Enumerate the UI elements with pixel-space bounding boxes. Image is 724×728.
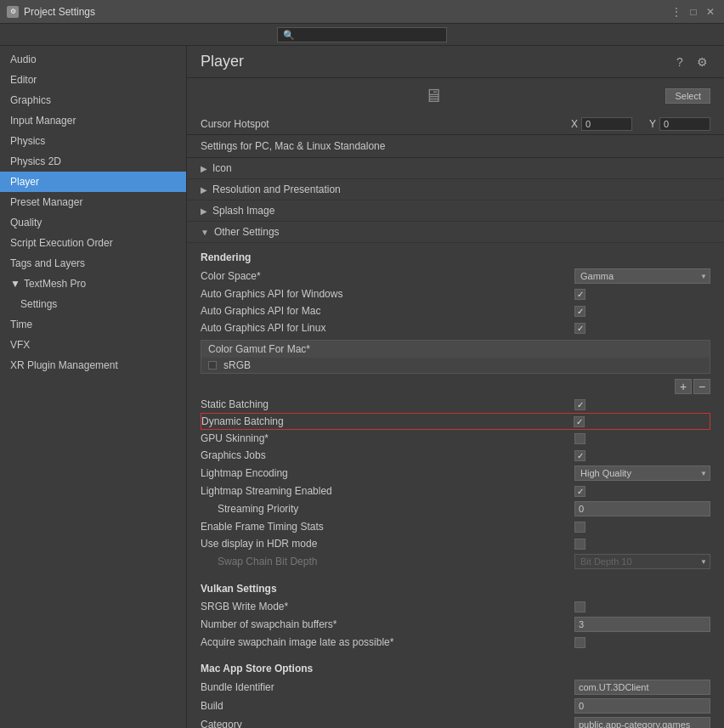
dynamic-batching-label: Dynamic Batching	[201, 415, 574, 427]
dynamic-batching-row: Dynamic Batching	[201, 413, 710, 430]
color-space-dropdown-wrap: Gamma Linear	[574, 268, 710, 284]
sidebar-item-player[interactable]: Player	[0, 172, 186, 192]
icon-section-header[interactable]: ▶ Icon	[187, 158, 724, 179]
build-row: Build	[201, 697, 710, 715]
x-input[interactable]	[581, 117, 632, 131]
color-space-row: Color Space* Gamma Linear	[201, 267, 710, 285]
gamut-indicator	[208, 361, 217, 370]
splash-triangle: ▶	[201, 206, 207, 216]
graphics-jobs-row: Graphics Jobs	[201, 447, 710, 464]
icon-section-label: Icon	[212, 162, 232, 174]
gpu-skinning-checkbox[interactable]	[574, 433, 585, 444]
sidebar-item-quality[interactable]: Quality	[0, 212, 186, 233]
lightmap-encoding-dropdown-wrap: High Quality Normal Quality Low Quality	[574, 466, 710, 481]
sidebar-item-physics2d[interactable]: Physics 2D	[0, 151, 186, 172]
settings-icon[interactable]: ⚙	[693, 54, 710, 71]
static-batching-row: Static Batching	[201, 396, 710, 413]
gpu-skinning-value	[574, 433, 710, 444]
y-input[interactable]	[659, 117, 710, 131]
search-input[interactable]	[277, 27, 447, 42]
auto-graphics-windows-label: Auto Graphics API for Windows	[201, 288, 574, 300]
sidebar: Audio Editor Graphics Input Manager Phys…	[0, 46, 187, 728]
platform-bar: Settings for PC, Mac & Linux Standalone	[187, 134, 724, 158]
auto-graphics-mac-row: Auto Graphics API for Mac	[201, 302, 710, 319]
color-space-select[interactable]: Gamma Linear	[574, 268, 710, 284]
sidebar-item-graphics[interactable]: Graphics	[0, 90, 186, 110]
other-settings-triangle: ▼	[201, 228, 209, 237]
lightmap-encoding-value: High Quality Normal Quality Low Quality	[574, 466, 710, 481]
monitor-preview: 🖥	[201, 85, 665, 107]
sidebar-item-physics[interactable]: Physics	[0, 131, 186, 151]
lightmap-encoding-label: Lightmap Encoding	[201, 467, 574, 479]
frame-timing-label: Enable Frame Timing Stats	[201, 521, 574, 533]
auto-graphics-linux-label: Auto Graphics API for Linux	[201, 322, 574, 334]
more-options-btn[interactable]: ⋮	[670, 5, 683, 19]
auto-graphics-linux-checkbox[interactable]	[574, 323, 585, 334]
acquire-swapchain-checkbox[interactable]	[574, 637, 585, 648]
sidebar-group-textmesh-pro[interactable]: ▼ TextMesh Pro	[0, 274, 186, 294]
bundle-identifier-input[interactable]	[574, 680, 710, 695]
window-title: Project Settings	[24, 6, 670, 18]
remove-gamut-btn[interactable]: −	[693, 379, 710, 394]
static-batching-label: Static Batching	[201, 398, 574, 410]
build-label: Build	[201, 700, 574, 712]
bundle-identifier-row: Bundle Identifier	[201, 678, 710, 697]
resolution-triangle: ▶	[201, 185, 207, 195]
select-button[interactable]: Select	[665, 88, 710, 104]
x-coord-group: X	[571, 117, 632, 131]
frame-timing-value	[574, 522, 710, 533]
preview-area: 🖥 Select	[187, 78, 724, 114]
auto-graphics-windows-checkbox[interactable]	[574, 289, 585, 300]
add-remove-row: + −	[201, 377, 710, 396]
dynamic-batching-checkbox[interactable]	[574, 416, 585, 427]
vulkan-settings-section: Vulkan Settings SRGB Write Mode* Number …	[201, 578, 710, 651]
category-row: Category	[201, 715, 710, 728]
frame-timing-checkbox[interactable]	[574, 522, 585, 533]
swap-chain-value: Bit Depth 10	[574, 554, 710, 569]
resolution-section-label: Resolution and Presentation	[212, 183, 341, 195]
triangle-icon: ▼	[10, 276, 20, 291]
lightmap-encoding-row: Lightmap Encoding High Quality Normal Qu…	[201, 464, 710, 483]
sidebar-item-settings[interactable]: Settings	[0, 294, 186, 314]
vulkan-label: Vulkan Settings	[201, 578, 710, 598]
sidebar-item-tags-and-layers[interactable]: Tags and Layers	[0, 253, 186, 274]
graphics-jobs-checkbox[interactable]	[574, 450, 585, 461]
sidebar-item-script-execution-order[interactable]: Script Execution Order	[0, 233, 186, 253]
category-input[interactable]	[574, 717, 710, 728]
hdr-mode-checkbox[interactable]	[574, 539, 585, 550]
static-batching-checkbox[interactable]	[574, 399, 585, 410]
lightmap-streaming-checkbox[interactable]	[574, 486, 585, 497]
swap-chain-select: Bit Depth 10	[574, 554, 710, 569]
color-space-label: Color Space*	[201, 270, 574, 282]
sidebar-item-time[interactable]: Time	[0, 314, 186, 335]
color-gamut-header: Color Gamut For Mac*	[201, 341, 710, 358]
sidebar-item-audio[interactable]: Audio	[0, 49, 186, 70]
mac-app-store-label: Mac App Store Options	[201, 657, 710, 678]
sidebar-item-editor[interactable]: Editor	[0, 70, 186, 90]
resolution-section-header[interactable]: ▶ Resolution and Presentation	[187, 179, 724, 200]
swapchain-buffers-value	[574, 617, 710, 632]
sidebar-item-vfx[interactable]: VFX	[0, 335, 186, 355]
streaming-priority-input[interactable]	[574, 501, 710, 516]
splash-section-header[interactable]: ▶ Splash Image	[187, 200, 724, 222]
rendering-label: Rendering	[201, 246, 710, 267]
lightmap-streaming-value	[574, 486, 710, 497]
help-icon[interactable]: ?	[671, 54, 688, 71]
lightmap-encoding-select[interactable]: High Quality Normal Quality Low Quality	[574, 466, 710, 481]
srgb-write-mode-checkbox[interactable]	[574, 601, 585, 612]
sidebar-item-preset-manager[interactable]: Preset Manager	[0, 192, 186, 212]
sidebar-item-input-manager[interactable]: Input Manager	[0, 110, 186, 131]
page-title: Player	[201, 53, 244, 71]
auto-graphics-mac-checkbox[interactable]	[574, 306, 585, 317]
icon-triangle: ▶	[201, 164, 207, 173]
auto-graphics-mac-label: Auto Graphics API for Mac	[201, 305, 574, 317]
close-btn[interactable]: ✕	[704, 5, 717, 19]
build-input[interactable]	[574, 698, 710, 714]
swapchain-buffers-input[interactable]	[574, 617, 710, 632]
sidebar-item-xr-plugin[interactable]: XR Plugin Management	[0, 355, 186, 375]
maximize-btn[interactable]: □	[687, 5, 700, 19]
add-gamut-btn[interactable]: +	[675, 379, 692, 394]
streaming-priority-label: Streaming Priority	[201, 503, 574, 515]
auto-graphics-linux-row: Auto Graphics API for Linux	[201, 319, 710, 336]
other-settings-header[interactable]: ▼ Other Settings	[187, 222, 724, 243]
